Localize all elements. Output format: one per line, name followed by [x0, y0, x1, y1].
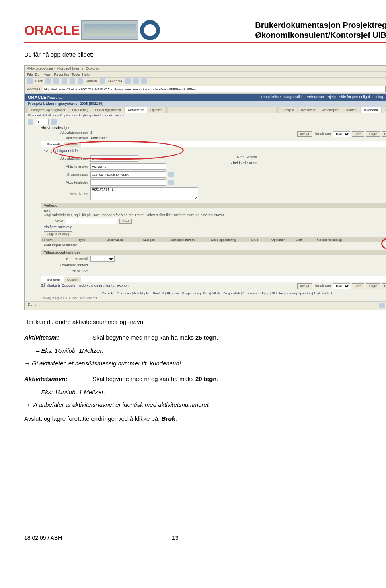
- link-prosjektliste[interactable]: Prosjektliste: [261, 95, 281, 99]
- col-kat: Kategori: [143, 238, 171, 242]
- handlinger-select[interactable]: Flytt: [333, 131, 350, 137]
- menu-help[interactable]: Help: [82, 72, 90, 76]
- fr-lbl-produkt: Produktkilde: [221, 155, 257, 159]
- vis-flere-link[interactable]: Vis flere søkevalg: [44, 225, 72, 229]
- start-button-2[interactable]: Start: [352, 283, 364, 289]
- menu-file[interactable]: File: [27, 72, 33, 76]
- back-label[interactable]: Back: [35, 79, 43, 83]
- sec-vedlegg: Vedlegg: [41, 203, 386, 208]
- f-input-aktnavn[interactable]: [90, 163, 166, 170]
- favorites-icon[interactable]: [100, 78, 105, 84]
- history-icon[interactable]: [125, 78, 131, 84]
- handlinger-label-2: Handlinger: [314, 283, 331, 289]
- tab-okonomi[interactable]: Økonomi: [361, 107, 381, 113]
- tab-rapportering[interactable]: Rapportering: [382, 107, 386, 113]
- tab-arbeidsplan[interactable]: Arbeidsplan: [319, 107, 343, 113]
- col-oppd: Siste oppdatering: [211, 238, 251, 242]
- navn-input[interactable]: [66, 218, 117, 224]
- page-footer: 18.02.09 / ABH 13: [24, 535, 386, 541]
- forward-icon[interactable]: [45, 78, 51, 84]
- tab-budsjetter[interactable]: Budsjetter og prognoser: [28, 107, 68, 113]
- link-hjelp[interactable]: Hjelp: [327, 95, 336, 99]
- prev-icon[interactable]: [28, 119, 33, 125]
- aktivitetsnavn-text: Skal begynne med nr og kan ha maks 20 te…: [92, 374, 218, 384]
- avbryt-button[interactable]: Avbryt: [297, 131, 312, 137]
- back-link[interactable]: Gå tilbake til Oppdater nedbrytningsstru…: [41, 283, 131, 289]
- lagre-button[interactable]: Lagre: [366, 131, 380, 137]
- aktivitetsnr-label: Aktivitetsnr:: [24, 332, 92, 342]
- tab-kontroll[interactable]: Kontroll: [343, 107, 360, 113]
- bsub-oppsett[interactable]: Oppsett: [64, 277, 81, 282]
- nav-index-input[interactable]: [36, 119, 49, 125]
- tab-ressurser[interactable]: Ressurser: [298, 107, 318, 113]
- aktivitetsnavn-label: Aktivitetsnavn:: [24, 374, 92, 384]
- tab-prosjekt[interactable]: Prosjekt: [279, 107, 297, 113]
- f-input-leder[interactable]: [90, 179, 166, 186]
- home-icon[interactable]: [70, 78, 75, 84]
- f-lbl-beskr: Beskrivelse: [44, 192, 88, 196]
- sok-start-button[interactable]: Start: [119, 219, 132, 224]
- next-icon[interactable]: [51, 119, 57, 125]
- address-label: Address: [27, 87, 40, 91]
- note-a: → Gi aktiviteten et hensiktsmessig numme…: [24, 360, 181, 367]
- mail-icon[interactable]: [133, 78, 139, 84]
- building-image: [81, 20, 138, 40]
- closing-text: Avslutt og lagre foretatte endringer ved…: [24, 415, 386, 422]
- menu-favorites[interactable]: Favorites: [54, 72, 69, 76]
- menu-bar: File Edit View Favorites Tools Help: [25, 72, 386, 78]
- props-table-1: Aktivitetsnr: Skal begynne med nr og kan…: [24, 332, 218, 342]
- col-filnavn: Filnavn: [42, 238, 78, 242]
- link-preferanser[interactable]: Preferanser: [306, 95, 324, 99]
- status-bar: Done Trusted sites: [25, 301, 386, 310]
- col-beskr: Beskrivelse: [107, 238, 143, 242]
- copyright: Copyright (c) 2006, Oracle. Med enerett.: [41, 296, 386, 301]
- avbryt-button-2[interactable]: Avbryt: [297, 283, 312, 289]
- uib-crest: [140, 20, 160, 40]
- address-input[interactable]: [43, 86, 386, 92]
- menu-tools[interactable]: Tools: [71, 72, 80, 76]
- red-circle-1: [53, 141, 184, 160]
- start-button[interactable]: Start: [352, 131, 364, 137]
- handlinger-select-2[interactable]: Flytt: [333, 283, 350, 289]
- search-icon[interactable]: [78, 78, 83, 84]
- bsub-generelt[interactable]: Generelt: [44, 277, 63, 282]
- bruk-button-2[interactable]: Bruk: [382, 283, 386, 289]
- page-header: ORACLE Brukerdokumentasjon Prosjektregns…: [24, 20, 386, 43]
- f-input-beskr[interactable]: Aktivitet 1: [90, 187, 198, 200]
- handlinger-label: Handlinger: [314, 131, 331, 135]
- table-header: Filnavn Type Beskrivelse Kategori Sist o…: [41, 237, 386, 242]
- t-lbl-kontekst: Kontekstverdi: [44, 257, 88, 261]
- tab-fullforing[interactable]: Fullføringsprosent: [92, 107, 124, 113]
- nav-row: [25, 118, 386, 126]
- link-diagnostikk[interactable]: Diagnostikk: [284, 95, 303, 99]
- menu-edit[interactable]: Edit: [35, 72, 42, 76]
- tab-oppsett[interactable]: Oppsett: [147, 107, 165, 113]
- menu-view[interactable]: View: [44, 72, 51, 76]
- search-label[interactable]: Search: [86, 79, 97, 83]
- breadcrumb: Økonomi: Aktiviteter > Oppdater nedbrytn…: [25, 113, 386, 118]
- back-icon[interactable]: [27, 78, 33, 84]
- lov-icon[interactable]: [168, 172, 174, 177]
- lov-icon-2[interactable]: [168, 180, 174, 185]
- topnav-links: Prosjektliste · Diagnostikk · Preferanse…: [261, 95, 386, 100]
- intro-text: Du får nå opp dette bildet:: [24, 51, 386, 58]
- stop-icon[interactable]: [53, 78, 59, 84]
- no-rows: Fant ingen resultater.: [41, 242, 386, 248]
- tab-fakturering[interactable]: Fakturering: [69, 107, 91, 113]
- main-tabs: Budsjetter og prognoser Fakturering Full…: [25, 107, 168, 113]
- window-title-bar: Aktivitetsdetaljer - Microsoft Internet …: [25, 66, 386, 72]
- lagre-button-2[interactable]: Lagre: [366, 283, 380, 289]
- bruk-button[interactable]: Bruk: [382, 131, 386, 137]
- link-tilpasning[interactable]: Side for personlig tilpasning: [339, 95, 383, 99]
- status-done: Done: [28, 303, 37, 309]
- favorites-label[interactable]: Favorites: [108, 79, 123, 83]
- tab-aktiviteter[interactable]: Aktiviteter: [125, 107, 147, 113]
- legg-til-vedlegg-button[interactable]: Legg til vedlegg: [44, 231, 72, 236]
- f-input-org[interactable]: [90, 171, 166, 178]
- t-sel-kontekst[interactable]: [90, 256, 115, 262]
- browser-toolbar: Back Search Favorites: [25, 78, 386, 85]
- refresh-icon[interactable]: [62, 78, 67, 84]
- app-body: ORACLE Prosjekter Prosjektliste · Diagno…: [25, 94, 386, 301]
- footer-page: 13: [172, 535, 179, 541]
- print-icon[interactable]: [141, 78, 147, 84]
